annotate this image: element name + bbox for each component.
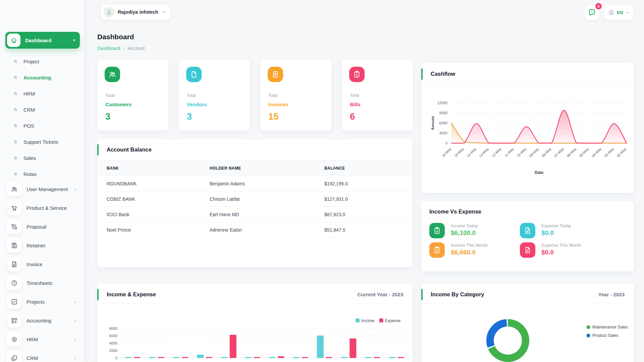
panel-title: Income Vs Expense bbox=[429, 208, 481, 215]
svg-text:0: 0 bbox=[445, 141, 447, 145]
breadcrumb-link-dashboard[interactable]: Dashboard bbox=[97, 46, 120, 51]
svg-text:12-May: 12-May bbox=[491, 146, 502, 158]
tile-value: $6,660.0 bbox=[451, 249, 476, 256]
panel-subtitle: Current Year - 2023 bbox=[358, 292, 403, 297]
sidebar-item-proposal[interactable]: Proposal bbox=[0, 219, 84, 234]
bullet-icon bbox=[13, 92, 18, 96]
tile-label: Expense Today bbox=[541, 223, 571, 228]
company-avatar bbox=[104, 7, 114, 17]
save-icon bbox=[7, 238, 21, 253]
chat-bubble-icon bbox=[588, 8, 596, 16]
document-icon bbox=[520, 223, 535, 238]
sidebar-item-label: Product & Service bbox=[26, 205, 84, 211]
sidebar-item-retainer[interactable]: Retainer bbox=[0, 238, 84, 253]
cell-bank: ICICI Bank bbox=[107, 212, 129, 217]
language-selector[interactable]: EN bbox=[604, 5, 634, 20]
svg-text:02-May: 02-May bbox=[616, 146, 627, 158]
stat-label: Customers bbox=[105, 102, 131, 107]
cashflow-panel: Cashflow 120009000600030000Amount16-May1… bbox=[421, 63, 634, 193]
sidebar-item-invoice[interactable]: Invoice bbox=[0, 257, 84, 272]
column-header-bank: BANK bbox=[107, 166, 119, 171]
company-name: Rajodiya infotech bbox=[118, 9, 158, 15]
sidebar-item-timesheets[interactable]: Timesheets bbox=[0, 276, 84, 290]
sidebar-item-rotas[interactable]: Rotas bbox=[0, 168, 84, 180]
chevron-right-icon: › bbox=[74, 299, 76, 304]
app-window: DASH Rajodiya infotech 0 EN Dashboard ▾ … bbox=[0, 0, 644, 362]
sidebar-item-accounting[interactable]: Accounting bbox=[0, 72, 84, 83]
clock-icon bbox=[7, 276, 21, 290]
sidebar-item-hrm-menu[interactable]: HRM› bbox=[0, 332, 84, 347]
accent-bar bbox=[421, 289, 423, 300]
panel-title: Cashflow bbox=[431, 71, 455, 77]
cashflow-area-chart[interactable]: 120009000600030000Amount16-May15-May14-M… bbox=[421, 84, 634, 193]
stat-value: 6 bbox=[350, 112, 355, 122]
sidebar-item-projects[interactable]: Projects› bbox=[0, 294, 84, 309]
chevron-right-icon: › bbox=[74, 318, 76, 323]
svg-text:Product Sales: Product Sales bbox=[592, 333, 619, 338]
svg-text:05-May: 05-May bbox=[578, 146, 590, 158]
sidebar-item-label: Timesheets bbox=[26, 280, 84, 286]
sidebar-item-label: Accounting bbox=[26, 318, 74, 323]
check-square-icon bbox=[7, 294, 21, 309]
bullet-icon bbox=[13, 75, 18, 80]
sidebar-item-user-management[interactable]: User Management› bbox=[0, 182, 84, 196]
sidebar-item-dashboard[interactable]: Dashboard ▾ bbox=[5, 32, 80, 49]
sidebar: Dashboard ▾ Project Accounting HRM CRM P… bbox=[0, 0, 84, 362]
svg-text:$: $ bbox=[356, 73, 358, 77]
svg-text:4000: 4000 bbox=[109, 341, 117, 345]
sidebar-item-crm[interactable]: CRM bbox=[0, 104, 84, 115]
svg-text:03-May: 03-May bbox=[603, 146, 615, 158]
sidebar-item-project[interactable]: Project bbox=[0, 56, 84, 67]
sidebar-item-support-tickets[interactable]: Support Tickets bbox=[0, 136, 84, 147]
income-category-donut-chart[interactable]: Maintenance SalesProduct Sales bbox=[421, 304, 634, 362]
account-balance-panel: Account Balance BANK HOLDER NAME BALANCE… bbox=[97, 139, 413, 267]
sidebar-item-hrm[interactable]: HRM bbox=[0, 88, 84, 99]
sidebar-item-accounting-menu[interactable]: Accounting› bbox=[0, 313, 84, 328]
bullet-icon bbox=[13, 124, 18, 128]
cell-balance: $51,847.5 bbox=[324, 227, 345, 233]
svg-text:16-May: 16-May bbox=[441, 146, 452, 158]
proposal-icon bbox=[7, 219, 21, 234]
svg-text:14-May: 14-May bbox=[466, 146, 477, 158]
sidebar-item-product-service[interactable]: Product & Service bbox=[0, 200, 84, 215]
svg-text:08-May: 08-May bbox=[541, 146, 552, 158]
stat-card-invoices: Total Invoices 15 bbox=[260, 59, 331, 130]
sidebar-item-label: Accounting bbox=[23, 75, 51, 80]
chevron-right-icon: › bbox=[74, 187, 76, 192]
svg-text:6000: 6000 bbox=[439, 121, 447, 125]
svg-text:15-May: 15-May bbox=[453, 146, 465, 158]
sidebar-item-pos[interactable]: POS bbox=[0, 120, 84, 131]
messages-button[interactable]: 0 bbox=[584, 5, 600, 20]
chevron-down-icon bbox=[162, 10, 166, 14]
income-expense-bar-chart[interactable]: IncomeExpense80006000400020000 bbox=[97, 304, 413, 362]
sidebar-item-label: Rotas bbox=[23, 171, 37, 177]
cell-holder: Benjamin Adams bbox=[210, 181, 245, 186]
sidebar-item-crm-menu[interactable]: CRM› bbox=[0, 351, 84, 362]
notification-badge: 0 bbox=[595, 3, 602, 9]
svg-text:07-May: 07-May bbox=[553, 146, 565, 158]
income-by-category-panel: Income By Category Year - 2023 Maintenan… bbox=[421, 283, 634, 362]
panel-title: Income By Category bbox=[431, 291, 484, 298]
svg-text:09-May: 09-May bbox=[528, 146, 540, 158]
cart-icon bbox=[7, 200, 21, 215]
sidebar-item-sales[interactable]: Sales bbox=[0, 152, 84, 164]
sidebar-item-label: User Management bbox=[26, 186, 74, 192]
sidebar-item-label: HRM bbox=[26, 337, 74, 342]
income-vs-expense-panel: Income Vs Expense $ Income Today $6,100.… bbox=[421, 201, 634, 272]
sidebar-item-label: Dashboard bbox=[25, 38, 73, 43]
svg-text:Maintenance Sales: Maintenance Sales bbox=[592, 325, 628, 329]
stat-label: Vendors bbox=[187, 102, 207, 107]
clipboard-dollar-icon: $ bbox=[429, 223, 445, 238]
chevron-down-icon bbox=[626, 11, 629, 14]
company-selector[interactable]: Rajodiya infotech bbox=[101, 4, 171, 20]
cell-bank: COBIZ BANK bbox=[107, 196, 135, 202]
table-row: COBIZ BANK Chisom Latifat $127,931.0 bbox=[97, 191, 413, 207]
svg-text:06-May: 06-May bbox=[566, 146, 577, 158]
table-header: BANK HOLDER NAME BALANCE bbox=[97, 160, 413, 176]
column-header-holder: HOLDER NAME bbox=[210, 166, 241, 171]
stat-value: 15 bbox=[268, 112, 278, 122]
clipboard-dollar-icon: $ bbox=[429, 242, 445, 258]
svg-text:04-May: 04-May bbox=[591, 146, 602, 158]
tile-label: Income Today bbox=[451, 223, 478, 228]
cell-balance: $127,931.0 bbox=[324, 196, 348, 202]
